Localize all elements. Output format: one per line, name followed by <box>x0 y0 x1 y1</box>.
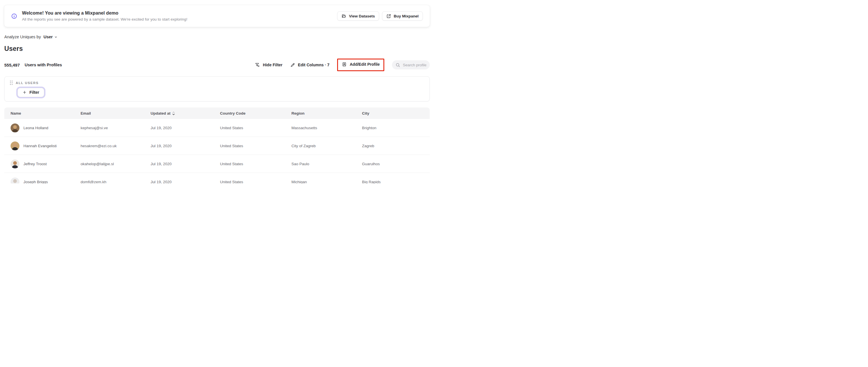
hide-filter-button[interactable]: Hide Filter <box>255 62 282 67</box>
user-email: hesakrem@ezi.co.uk <box>81 144 151 148</box>
folder-open-icon <box>341 14 346 19</box>
column-header-updated-at[interactable]: Updated at <box>151 111 220 116</box>
user-country-code: United States <box>220 126 291 130</box>
user-email: okahelop@lalijpe.sl <box>81 162 151 166</box>
add-edit-profile-button[interactable]: Add/Edit Profile <box>342 62 380 67</box>
user-name-cell: Jeffrey Troost <box>10 159 81 169</box>
page-title: Users <box>4 45 430 53</box>
view-datasets-label: View Datasets <box>349 14 375 18</box>
table-row[interactable]: Leona Holland kephesaj@si.ve Jul 19, 202… <box>4 119 430 137</box>
user-city: Brighton <box>362 126 430 130</box>
analyze-by-dropdown[interactable]: User <box>43 35 57 39</box>
user-country-code: United States <box>220 162 291 166</box>
plus-icon <box>23 90 27 94</box>
edit-columns-button[interactable]: Edit Columns · 7 <box>290 63 330 67</box>
chevron-down-icon <box>54 35 57 38</box>
buy-mixpanel-label: Buy Mixpanel <box>394 14 418 18</box>
user-region: City of Zagreb <box>291 144 362 148</box>
avatar <box>10 159 20 169</box>
banner-title: Welcome! You are viewing a Mixpanel demo <box>22 10 187 16</box>
hide-filter-label: Hide Filter <box>263 63 282 67</box>
table-header-row: Name Email Updated at Country Code Regio… <box>4 108 430 119</box>
user-name: Hannah Evangelisti <box>24 144 57 148</box>
tutorial-highlight-box: Add/Edit Profile <box>337 59 384 71</box>
analyze-by-value: User <box>43 35 53 39</box>
column-header-region[interactable]: Region <box>291 111 362 116</box>
column-header-country-code[interactable]: Country Code <box>220 111 291 116</box>
user-email: domfi@zem.kh <box>81 180 151 184</box>
user-updated-at: Jul 19, 2020 <box>151 144 220 148</box>
info-icon <box>11 13 17 19</box>
search-profiles-box[interactable] <box>392 60 430 69</box>
user-country-code: United States <box>220 144 291 148</box>
user-city: Guarulhos <box>362 162 430 166</box>
user-city: Zagreb <box>362 144 430 148</box>
edit-columns-label: Edit Columns · 7 <box>298 63 330 67</box>
user-name-cell: Leona Holland <box>10 123 81 132</box>
add-filter-button[interactable]: Filter <box>18 88 44 97</box>
sort-icon[interactable] <box>172 112 175 115</box>
table-row[interactable]: Hannah Evangelisti hesakrem@ezi.co.uk Ju… <box>4 137 430 155</box>
column-header-city[interactable]: City <box>362 111 430 116</box>
pencil-icon <box>290 63 295 67</box>
add-edit-profile-label: Add/Edit Profile <box>350 62 380 67</box>
filter-panel: ALL USERS Filter <box>4 76 430 101</box>
user-name: Jeffrey Troost <box>24 162 47 166</box>
user-email: kephesaj@si.ve <box>81 126 151 130</box>
user-region: Sao Paulo <box>291 162 362 166</box>
user-name: Joseph Briggs <box>24 180 48 184</box>
view-datasets-button[interactable]: View Datasets <box>337 11 379 21</box>
table-row[interactable]: Jeffrey Troost okahelop@lalijpe.sl Jul 1… <box>4 155 430 173</box>
external-link-icon <box>386 14 391 19</box>
profiles-count: 555,497 <box>4 63 20 67</box>
search-icon <box>396 63 400 67</box>
column-header-name[interactable]: Name <box>10 111 81 116</box>
welcome-banner: Welcome! You are viewing a Mixpanel demo… <box>4 5 430 27</box>
user-region: Massachusetts <box>291 126 362 130</box>
search-profiles-input[interactable] <box>403 63 426 67</box>
profiles-count-label: Users with Profiles <box>25 63 62 67</box>
users-table: Name Email Updated at Country Code Regio… <box>4 108 430 183</box>
user-city: Big Rapids <box>362 180 430 184</box>
filter-funnel-plus-icon <box>255 62 260 67</box>
banner-buttons: View Datasets Buy Mixpanel <box>337 11 423 21</box>
table-body: Leona Holland kephesaj@si.ve Jul 19, 202… <box>4 119 430 183</box>
add-filter-label: Filter <box>29 90 39 95</box>
analyze-by-prefix: Analyze Uniques by <box>4 35 41 39</box>
user-updated-at: Jul 19, 2020 <box>151 126 220 130</box>
buy-mixpanel-button[interactable]: Buy Mixpanel <box>382 11 423 21</box>
column-header-email[interactable]: Email <box>81 111 151 116</box>
stats-toolbar-row: 555,497 Users with Profiles Hide Filter … <box>4 60 430 70</box>
table-toolbar: Hide Filter Edit Columns · 7 <box>255 59 430 71</box>
user-updated-at: Jul 19, 2020 <box>151 162 220 166</box>
user-name-cell: Hannah Evangelisti <box>10 142 81 150</box>
banner-text: Welcome! You are viewing a Mixpanel demo… <box>22 10 187 22</box>
user-country-code: United States <box>220 180 291 184</box>
avatar <box>10 178 20 184</box>
table-row[interactable]: Joseph Briggs domfi@zem.kh Jul 19, 2020 … <box>4 173 430 183</box>
drag-handle-icon[interactable] <box>10 81 12 85</box>
avatar <box>10 142 20 150</box>
analyze-by-bar: Analyze Uniques by User <box>4 35 430 39</box>
user-name: Leona Holland <box>24 126 48 130</box>
profile-card-icon <box>342 62 347 67</box>
banner-subtitle: All the reports you see are powered by a… <box>22 17 187 22</box>
user-name-cell: Joseph Briggs <box>10 178 81 184</box>
filter-group-header: ALL USERS <box>10 81 424 85</box>
user-region: Michigan <box>291 180 362 184</box>
filter-group-label: ALL USERS <box>16 81 38 85</box>
user-updated-at: Jul 19, 2020 <box>151 180 220 184</box>
avatar <box>10 123 20 132</box>
